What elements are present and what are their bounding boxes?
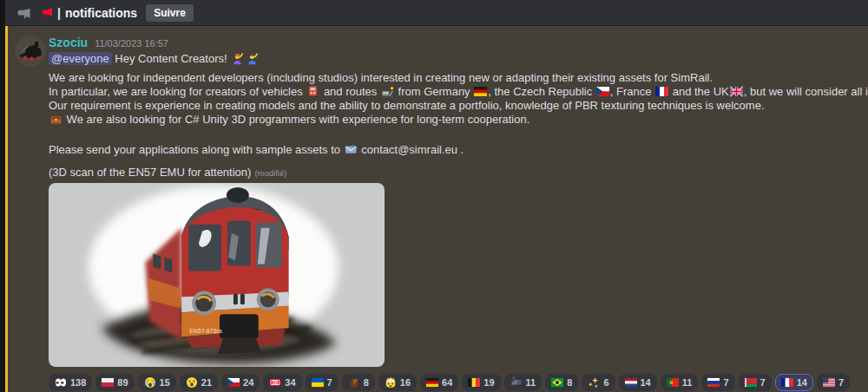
reaction-flag-nl[interactable]: 14 bbox=[619, 374, 657, 391]
follow-button[interactable]: Suivre bbox=[146, 4, 194, 22]
reaction-count: 24 bbox=[243, 377, 253, 388]
reaction-count: 89 bbox=[117, 377, 128, 388]
train-number-label: EN57-673ra bbox=[189, 328, 222, 334]
reaction-flag-de[interactable]: 64 bbox=[420, 374, 458, 391]
message-timestamp: 11/03/2023 16:57 bbox=[95, 38, 168, 49]
flag-cz-emoji bbox=[227, 376, 240, 389]
envelope-emoji bbox=[345, 143, 358, 156]
flag-us-emoji bbox=[823, 376, 835, 389]
briefcase-emoji bbox=[49, 113, 62, 126]
message-content: Szociu11/03/2023 16:57 @everyone Hey Con… bbox=[49, 35, 854, 391]
flag-ru-emoji bbox=[707, 376, 720, 389]
tram-emoji bbox=[306, 85, 319, 98]
sparkles-emoji bbox=[588, 376, 600, 389]
reaction-dark-fruit[interactable]: 8 bbox=[342, 374, 375, 391]
reaction-flag-fr[interactable]: 14 bbox=[775, 374, 813, 391]
everyone-mention[interactable]: @everyone bbox=[49, 52, 112, 65]
reaction-count: 7 bbox=[838, 377, 844, 388]
flag-de-emoji bbox=[474, 85, 487, 98]
reaction-count: 16 bbox=[400, 377, 411, 388]
reaction-count: 11 bbox=[526, 377, 536, 388]
flag-cz-emoji bbox=[596, 85, 609, 98]
station-emoji bbox=[381, 85, 394, 98]
reaction-count: 6 bbox=[603, 377, 608, 388]
author-name[interactable]: Szociu bbox=[49, 36, 88, 49]
flag-gb-emoji bbox=[730, 85, 743, 98]
reaction-flag-pt[interactable]: 11 bbox=[661, 374, 699, 391]
reaction-count: 138 bbox=[70, 377, 86, 388]
reaction-count: 14 bbox=[797, 377, 807, 388]
message-body: We are looking for independent developer… bbox=[49, 71, 854, 127]
reaction-open-mouth[interactable]: 21 bbox=[180, 374, 218, 391]
attachment-image-en57-scan[interactable]: EN57-673ra bbox=[49, 183, 385, 367]
channel-name: notifications bbox=[65, 6, 137, 20]
raising-hand-man-emoji bbox=[246, 52, 259, 65]
reaction-count: 7 bbox=[760, 377, 766, 388]
reaction-flag-br[interactable]: 8 bbox=[545, 374, 578, 391]
reaction-flag-us[interactable]: 7 bbox=[817, 374, 850, 391]
reaction-eyes[interactable]: 138 bbox=[49, 374, 92, 391]
reaction-flag-ru[interactable]: 7 bbox=[701, 374, 734, 391]
flag-fr-emoji bbox=[781, 376, 793, 389]
reaction-db-logo[interactable]: DB34 bbox=[263, 374, 301, 391]
reaction-count: 15 bbox=[160, 377, 170, 388]
channel-separator: | bbox=[57, 6, 61, 20]
reaction-count: 11 bbox=[682, 377, 693, 388]
image-caption-line: (3D scan of the EN57 EMU for attention)(… bbox=[49, 166, 854, 180]
reaction-flag-ua[interactable]: 7 bbox=[306, 374, 339, 391]
open-mouth-emoji bbox=[186, 376, 198, 389]
reaction-flag-pl[interactable]: 89 bbox=[95, 374, 134, 391]
reaction-count: 34 bbox=[285, 377, 295, 388]
mention-highlighted-message: Szociu11/03/2023 16:57 @everyone Hey Con… bbox=[5, 26, 868, 392]
body-line: In particular, we are looking for creato… bbox=[49, 85, 854, 99]
flag-pt-emoji bbox=[667, 376, 679, 389]
exploding-head-emoji bbox=[385, 376, 397, 389]
reaction-count: 21 bbox=[201, 377, 212, 388]
reaction-flag-cz[interactable]: 24 bbox=[221, 374, 260, 391]
svg-text:DB: DB bbox=[273, 381, 279, 385]
gray-locomotive-emoji bbox=[510, 376, 523, 389]
reaction-count: 14 bbox=[641, 377, 651, 388]
flag-pl-emoji bbox=[102, 376, 114, 389]
reaction-count: 7 bbox=[327, 377, 332, 388]
flag-br-emoji bbox=[551, 376, 563, 389]
body-line: We are looking for independent developer… bbox=[49, 71, 854, 85]
db-logo-emoji: DB bbox=[269, 376, 281, 389]
reaction-count: 8 bbox=[567, 377, 572, 388]
reaction-exploding-head[interactable]: 16 bbox=[378, 374, 417, 391]
reaction-flag-be[interactable]: 19 bbox=[462, 374, 500, 391]
reaction-flag-by[interactable]: 7 bbox=[739, 374, 772, 391]
avatar[interactable] bbox=[15, 36, 46, 67]
flag-fr-emoji bbox=[655, 85, 668, 98]
megaphone-icon bbox=[16, 4, 33, 22]
reaction-gray-locomotive[interactable]: 11 bbox=[504, 374, 542, 391]
reaction-sob[interactable]: 15 bbox=[138, 374, 176, 391]
flag-be-emoji bbox=[468, 376, 480, 389]
dark-fruit-emoji bbox=[348, 376, 360, 389]
message-header: Szociu11/03/2023 16:57 bbox=[49, 35, 854, 50]
flag-by-emoji bbox=[745, 376, 757, 389]
edited-label: (modifié) bbox=[254, 168, 286, 178]
body-line: We are also looking for C# Unity 3D prog… bbox=[49, 113, 854, 127]
flag-nl-emoji bbox=[625, 376, 637, 389]
reaction-count: 64 bbox=[442, 377, 452, 388]
flag-ua-emoji bbox=[312, 376, 324, 389]
channel-header: | notifications Suivre bbox=[5, 0, 868, 26]
eyes-emoji bbox=[55, 376, 67, 389]
raising-hand-woman-emoji bbox=[231, 52, 244, 65]
reaction-count: 19 bbox=[483, 377, 494, 388]
flag-de-emoji bbox=[426, 376, 438, 389]
sob-emoji bbox=[144, 376, 156, 389]
reaction-count: 8 bbox=[364, 377, 369, 388]
contact-line: Please send your applications along with… bbox=[49, 143, 854, 157]
image-caption: (3D scan of the EN57 EMU for attention) bbox=[49, 166, 251, 179]
body-line: Our requirement is experience in creatin… bbox=[49, 99, 854, 113]
red-megaphone-emoji bbox=[40, 6, 54, 20]
reaction-count: 7 bbox=[723, 377, 728, 388]
reaction-sparkles[interactable]: 6 bbox=[582, 374, 615, 391]
reactions-row: 13889152124DB34781664191186141177147 bbox=[49, 374, 854, 391]
message-intro-line: @everyone Hey Content Creators! bbox=[49, 52, 854, 66]
